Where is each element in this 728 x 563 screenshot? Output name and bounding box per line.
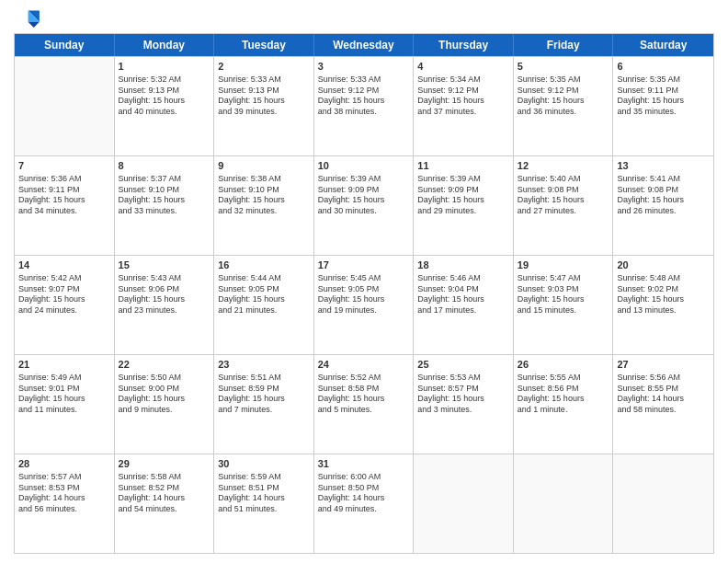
day-number: 20 — [617, 259, 710, 272]
day-cell-29: 29Sunrise: 5:58 AM Sunset: 8:52 PM Dayli… — [115, 454, 215, 553]
day-cell-4: 4Sunrise: 5:34 AM Sunset: 9:12 PM Daylig… — [414, 57, 514, 155]
day-number: 30 — [218, 457, 310, 471]
day-number: 19 — [518, 259, 609, 272]
empty-cell — [414, 454, 514, 553]
calendar-body: 1Sunrise: 5:32 AM Sunset: 9:13 PM Daylig… — [15, 56, 713, 553]
calendar-header: SundayMondayTuesdayWednesdayThursdayFrid… — [15, 34, 713, 56]
day-cell-16: 16Sunrise: 5:44 AM Sunset: 9:05 PM Dayli… — [214, 256, 314, 354]
day-number: 28 — [18, 457, 110, 471]
day-info: Sunrise: 6:00 AM Sunset: 8:50 PM Dayligh… — [318, 472, 410, 515]
day-info: Sunrise: 5:35 AM Sunset: 9:12 PM Dayligh… — [518, 75, 609, 118]
calendar-week-5: 28Sunrise: 5:57 AM Sunset: 8:53 PM Dayli… — [15, 454, 713, 553]
day-info: Sunrise: 5:56 AM Sunset: 8:55 PM Dayligh… — [617, 373, 710, 416]
day-cell-8: 8Sunrise: 5:37 AM Sunset: 9:10 PM Daylig… — [115, 156, 215, 255]
day-number: 6 — [617, 60, 710, 74]
day-number: 5 — [518, 60, 609, 74]
day-cell-10: 10Sunrise: 5:39 AM Sunset: 9:09 PM Dayli… — [314, 156, 415, 255]
day-number: 11 — [417, 159, 509, 173]
day-cell-5: 5Sunrise: 5:35 AM Sunset: 9:12 PM Daylig… — [514, 57, 614, 155]
day-number: 2 — [218, 60, 310, 74]
day-info: Sunrise: 5:51 AM Sunset: 8:59 PM Dayligh… — [218, 373, 310, 416]
day-info: Sunrise: 5:45 AM Sunset: 9:05 PM Dayligh… — [318, 273, 410, 316]
day-info: Sunrise: 5:32 AM Sunset: 9:13 PM Dayligh… — [119, 75, 210, 118]
day-cell-20: 20Sunrise: 5:48 AM Sunset: 9:02 PM Dayli… — [613, 256, 713, 354]
day-number: 3 — [318, 60, 410, 74]
day-number: 25 — [417, 358, 509, 372]
day-info: Sunrise: 5:35 AM Sunset: 9:11 PM Dayligh… — [617, 75, 710, 118]
day-info: Sunrise: 5:59 AM Sunset: 8:51 PM Dayligh… — [218, 472, 310, 515]
day-cell-27: 27Sunrise: 5:56 AM Sunset: 8:55 PM Dayli… — [613, 355, 713, 454]
day-info: Sunrise: 5:50 AM Sunset: 9:00 PM Dayligh… — [119, 373, 210, 416]
day-number: 27 — [617, 358, 710, 372]
day-info: Sunrise: 5:42 AM Sunset: 9:07 PM Dayligh… — [18, 273, 110, 316]
day-cell-13: 13Sunrise: 5:41 AM Sunset: 9:08 PM Dayli… — [613, 156, 713, 255]
header-day-monday: Monday — [115, 34, 215, 56]
day-cell-19: 19Sunrise: 5:47 AM Sunset: 9:03 PM Dayli… — [514, 256, 614, 354]
day-info: Sunrise: 5:34 AM Sunset: 9:12 PM Dayligh… — [417, 75, 509, 118]
header-day-wednesday: Wednesday — [314, 34, 415, 56]
day-number: 7 — [18, 159, 110, 173]
day-number: 4 — [417, 60, 509, 74]
day-info: Sunrise: 5:38 AM Sunset: 9:10 PM Dayligh… — [218, 174, 310, 217]
logo — [14, 9, 43, 28]
calendar-week-4: 21Sunrise: 5:49 AM Sunset: 9:01 PM Dayli… — [15, 354, 713, 454]
day-info: Sunrise: 5:46 AM Sunset: 9:04 PM Dayligh… — [417, 273, 509, 316]
day-number: 13 — [617, 159, 710, 173]
day-cell-12: 12Sunrise: 5:40 AM Sunset: 9:08 PM Dayli… — [514, 156, 614, 255]
day-cell-26: 26Sunrise: 5:55 AM Sunset: 8:56 PM Dayli… — [514, 355, 614, 454]
day-number: 12 — [518, 159, 609, 173]
day-cell-11: 11Sunrise: 5:39 AM Sunset: 9:09 PM Dayli… — [414, 156, 514, 255]
day-number: 23 — [218, 358, 310, 372]
day-info: Sunrise: 5:39 AM Sunset: 9:09 PM Dayligh… — [417, 174, 509, 217]
day-cell-30: 30Sunrise: 5:59 AM Sunset: 8:51 PM Dayli… — [214, 454, 314, 553]
day-info: Sunrise: 5:39 AM Sunset: 9:09 PM Dayligh… — [318, 174, 410, 217]
calendar-page: SundayMondayTuesdayWednesdayThursdayFrid… — [0, 0, 728, 563]
day-cell-28: 28Sunrise: 5:57 AM Sunset: 8:53 PM Dayli… — [15, 454, 115, 553]
day-number: 14 — [18, 259, 110, 272]
day-info: Sunrise: 5:48 AM Sunset: 9:02 PM Dayligh… — [617, 273, 710, 316]
day-info: Sunrise: 5:40 AM Sunset: 9:08 PM Dayligh… — [518, 174, 609, 217]
day-number: 15 — [119, 259, 210, 272]
header-day-sunday: Sunday — [15, 34, 115, 56]
day-cell-23: 23Sunrise: 5:51 AM Sunset: 8:59 PM Dayli… — [214, 355, 314, 454]
day-info: Sunrise: 5:58 AM Sunset: 8:52 PM Dayligh… — [119, 472, 210, 515]
day-number: 31 — [318, 457, 410, 471]
day-info: Sunrise: 5:47 AM Sunset: 9:03 PM Dayligh… — [518, 273, 609, 316]
day-cell-21: 21Sunrise: 5:49 AM Sunset: 9:01 PM Dayli… — [15, 355, 115, 454]
calendar-week-1: 1Sunrise: 5:32 AM Sunset: 9:13 PM Daylig… — [15, 56, 713, 155]
empty-cell — [613, 454, 713, 553]
day-number: 9 — [218, 159, 310, 173]
day-cell-31: 31Sunrise: 6:00 AM Sunset: 8:50 PM Dayli… — [314, 454, 415, 553]
svg-marker-3 — [28, 22, 40, 28]
header — [14, 9, 714, 28]
day-info: Sunrise: 5:55 AM Sunset: 8:56 PM Dayligh… — [518, 373, 609, 416]
header-day-thursday: Thursday — [414, 34, 514, 56]
day-info: Sunrise: 5:41 AM Sunset: 9:08 PM Dayligh… — [617, 174, 710, 217]
day-info: Sunrise: 5:43 AM Sunset: 9:06 PM Dayligh… — [119, 273, 210, 316]
day-info: Sunrise: 5:44 AM Sunset: 9:05 PM Dayligh… — [218, 273, 310, 316]
day-info: Sunrise: 5:36 AM Sunset: 9:11 PM Dayligh… — [18, 174, 110, 217]
day-cell-6: 6Sunrise: 5:35 AM Sunset: 9:11 PM Daylig… — [613, 57, 713, 155]
day-cell-18: 18Sunrise: 5:46 AM Sunset: 9:04 PM Dayli… — [414, 256, 514, 354]
day-info: Sunrise: 5:37 AM Sunset: 9:10 PM Dayligh… — [119, 174, 210, 217]
day-cell-1: 1Sunrise: 5:32 AM Sunset: 9:13 PM Daylig… — [115, 57, 215, 155]
day-number: 22 — [119, 358, 210, 372]
day-number: 10 — [318, 159, 410, 173]
day-number: 26 — [518, 358, 609, 372]
empty-cell — [514, 454, 614, 553]
calendar-week-3: 14Sunrise: 5:42 AM Sunset: 9:07 PM Dayli… — [15, 255, 713, 354]
day-cell-15: 15Sunrise: 5:43 AM Sunset: 9:06 PM Dayli… — [115, 256, 215, 354]
day-info: Sunrise: 5:49 AM Sunset: 9:01 PM Dayligh… — [18, 373, 110, 416]
day-number: 21 — [18, 358, 110, 372]
day-cell-3: 3Sunrise: 5:33 AM Sunset: 9:12 PM Daylig… — [314, 57, 415, 155]
day-cell-22: 22Sunrise: 5:50 AM Sunset: 9:00 PM Dayli… — [115, 355, 215, 454]
day-number: 1 — [119, 60, 210, 74]
header-day-friday: Friday — [514, 34, 614, 56]
header-day-saturday: Saturday — [613, 34, 713, 56]
day-cell-9: 9Sunrise: 5:38 AM Sunset: 9:10 PM Daylig… — [214, 156, 314, 255]
day-cell-7: 7Sunrise: 5:36 AM Sunset: 9:11 PM Daylig… — [15, 156, 115, 255]
empty-cell — [15, 57, 115, 155]
day-number: 8 — [119, 159, 210, 173]
header-day-tuesday: Tuesday — [214, 34, 314, 56]
day-info: Sunrise: 5:33 AM Sunset: 9:12 PM Dayligh… — [318, 75, 410, 118]
